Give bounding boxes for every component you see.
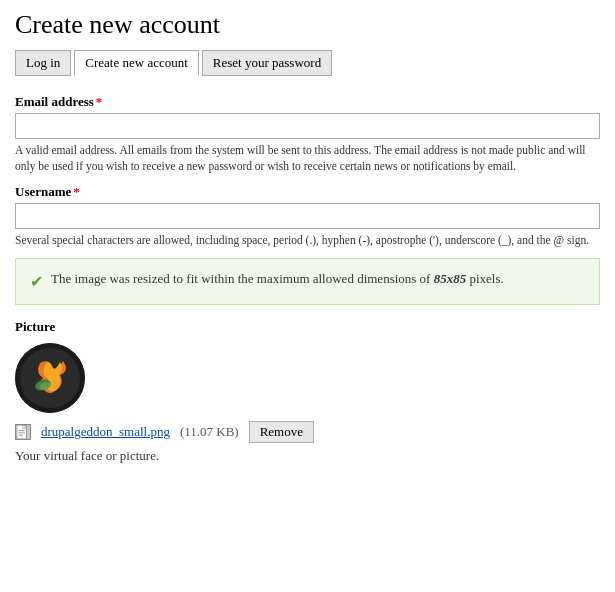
username-description: Several special characters are allowed, … [15,232,600,248]
email-input[interactable] [15,113,600,139]
file-size: (11.07 KB) [180,424,239,440]
email-label: Email address* [15,94,600,110]
tab-reset[interactable]: Reset your password [202,50,332,76]
file-row: drupalgeddon_small.png (11.07 KB) Remove [15,421,600,443]
checkmark-icon: ✔ [30,270,43,294]
tabs-nav: Log in Create new account Reset your pas… [15,50,600,76]
tab-create[interactable]: Create new account [74,50,199,76]
svg-rect-8 [19,433,25,434]
svg-rect-9 [19,435,23,436]
picture-description: Your virtual face or picture. [15,448,600,464]
email-description: A valid email address. All emails from t… [15,142,600,174]
file-icon [15,424,31,440]
alert-message: The image was resized to fit within the … [51,269,504,289]
picture-label: Picture [15,319,600,335]
remove-button[interactable]: Remove [249,421,314,443]
email-group: Email address* A valid email address. Al… [15,94,600,174]
username-input[interactable] [15,203,600,229]
svg-rect-7 [19,431,25,432]
picture-section: Picture drupalgeddon_small.png [15,319,600,464]
picture-thumbnail [15,343,85,413]
resize-alert: ✔ The image was resized to fit within th… [15,258,600,305]
page-title: Create new account [15,10,600,40]
file-link[interactable]: drupalgeddon_small.png [41,424,170,440]
tab-login[interactable]: Log in [15,50,71,76]
username-label: Username* [15,184,600,200]
username-group: Username* Several special characters are… [15,184,600,248]
